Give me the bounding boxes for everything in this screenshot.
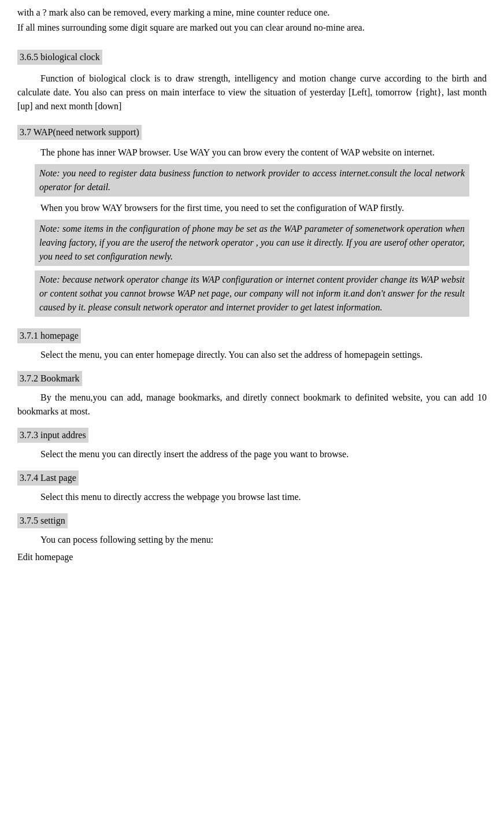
section-37-heading: 3.7 WAP(need network support) bbox=[17, 125, 142, 140]
section-375-para1: You can pocess following setting by the … bbox=[17, 533, 487, 547]
section-372-para1: By the menu,you can add, manage bookmark… bbox=[17, 391, 487, 418]
top-line1: with a ? mark also can be removed, every… bbox=[17, 6, 487, 20]
section-365-heading-wrapper: 3.6.5 biological clock bbox=[17, 44, 487, 67]
section-37-para2: When you brow WAY browsers for the first… bbox=[17, 201, 487, 215]
section-365-heading: 3.6.5 biological clock bbox=[17, 50, 102, 65]
section-373-para1: Select the menu you can directly insert … bbox=[17, 447, 487, 461]
section-37-note2: Note: some items in the configuration of… bbox=[35, 220, 469, 266]
section-372-heading-wrapper: 3.7.2 Bookmark bbox=[17, 365, 487, 388]
section-37-heading-wrapper: 3.7 WAP(need network support) bbox=[17, 119, 487, 142]
section-37-note3: Note: because network operator change it… bbox=[35, 271, 469, 317]
edit-homepage-label: Edit homepage bbox=[17, 550, 487, 564]
if-rest: all mines surrounding some digit square … bbox=[24, 23, 365, 32]
section-37-note1: Note: you need to register data business… bbox=[35, 164, 469, 197]
section-374-para1: Select this menu to directly accress the… bbox=[17, 490, 487, 504]
section-371-heading-wrapper: 3.7.1 homepage bbox=[17, 323, 487, 346]
section-375-heading-wrapper: 3.7.5 settign bbox=[17, 507, 487, 531]
if-text: If bbox=[17, 23, 24, 32]
top-line2: If all mines surrounding some digit squa… bbox=[17, 21, 487, 35]
section-374-heading-wrapper: 3.7.4 Last page bbox=[17, 465, 487, 488]
section-373-heading: 3.7.3 input addres bbox=[17, 428, 88, 443]
section-371-heading: 3.7.1 homepage bbox=[17, 328, 81, 343]
section-365-para1: Function of biological clock is to draw … bbox=[17, 72, 487, 113]
section-374-heading: 3.7.4 Last page bbox=[17, 471, 79, 486]
section-373-heading-wrapper: 3.7.3 input addres bbox=[17, 422, 487, 445]
section-375-heading: 3.7.5 settign bbox=[17, 513, 68, 528]
section-372-heading: 3.7.2 Bookmark bbox=[17, 371, 82, 386]
section-37-para1: The phone has inner WAP browser. Use WAY… bbox=[17, 146, 487, 160]
section-371-para1: Select the menu, you can enter homepage … bbox=[17, 348, 487, 362]
